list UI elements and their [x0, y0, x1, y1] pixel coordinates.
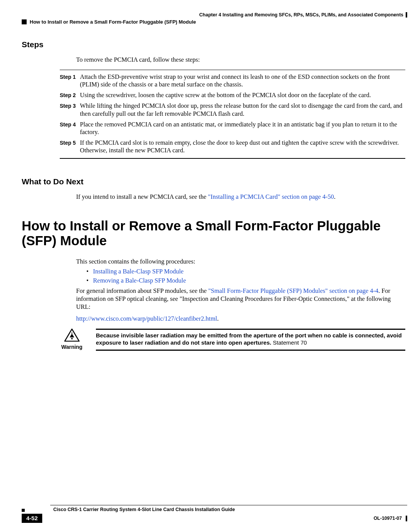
- steps-list: Step 1 Attach the ESD-preventive wrist s…: [60, 73, 405, 154]
- page-number: 4-52: [22, 514, 42, 523]
- crossref-link[interactable]: "Small Form-Factor Pluggable (SFP) Modul…: [208, 287, 378, 294]
- warning-bold-text: Because invisible laser radiation may be…: [96, 332, 402, 346]
- section-intro: This section contains the following proc…: [76, 257, 405, 265]
- steps-heading: Steps: [22, 40, 405, 49]
- step-text: Place the removed PCMCIA card on an anti…: [76, 121, 405, 136]
- what-next-heading: What to Do Next: [22, 177, 405, 186]
- main-heading: How to Install or Remove a Small Form-Fa…: [22, 218, 405, 248]
- step-row: Step 4 Place the removed PCMCIA card on …: [60, 121, 405, 136]
- crossref-link[interactable]: "Installing a PCMCIA Card" section on pa…: [208, 193, 334, 200]
- step-label: Step 1: [60, 73, 76, 80]
- svg-rect-2: [71, 338, 73, 340]
- step-row: Step 1 Attach the ESD-preventive wrist s…: [60, 73, 405, 88]
- procedure-link[interactable]: Installing a Bale-Clasp SFP Module: [93, 268, 184, 275]
- body-paragraph: For general information about SFP module…: [76, 287, 405, 311]
- procedure-list: Installing a Bale-Clasp SFP Module Remov…: [86, 268, 405, 284]
- step-text: Using the screwdriver, loosen the captiv…: [76, 91, 371, 99]
- doc-id-text: OL-10971-07: [374, 516, 402, 521]
- external-url-link[interactable]: http://www.cisco.com/warp/public/127/cle…: [76, 315, 217, 322]
- divider: [96, 329, 405, 330]
- list-item: Removing a Bale-Clasp SFP Module: [86, 277, 405, 284]
- step-text: If the PCMCIA card slot is to remain emp…: [76, 139, 405, 154]
- step-row: Step 2 Using the screwdriver, loosen the…: [60, 91, 405, 99]
- step-label: Step 5: [60, 139, 76, 146]
- step-text: While lifting the hinged PCMCIA slot doo…: [76, 102, 405, 117]
- header-chapter: Chapter 4 Installing and Removing SFCs, …: [199, 12, 403, 18]
- page-footer: Cisco CRS-1 Carrier Routing System 4-Slo…: [22, 505, 407, 523]
- url-line: http://www.cisco.com/warp/public/127/cle…: [76, 315, 405, 323]
- what-next-text: If you intend to install a new PCMCIA ca…: [76, 193, 405, 201]
- procedure-link[interactable]: Removing a Bale-Clasp SFP Module: [93, 277, 186, 284]
- warning-label: Warning: [61, 344, 96, 350]
- warning-text: Because invisible laser radiation may be…: [96, 332, 405, 347]
- step-label: Step 4: [60, 121, 76, 128]
- header-section-title: How to Install or Remove a Small Form-Fa…: [30, 19, 196, 25]
- warning-icon: [64, 329, 80, 342]
- divider: [60, 70, 405, 70]
- text: If you intend to install a new PCMCIA ca…: [76, 193, 208, 200]
- header-end-bar: [406, 12, 407, 18]
- list-item: Installing a Bale-Clasp SFP Module: [86, 268, 405, 275]
- text: .: [217, 315, 219, 322]
- text: .: [334, 193, 336, 200]
- warning-statement: Statement 70: [271, 339, 307, 346]
- step-label: Step 2: [60, 91, 76, 98]
- footer-end-bar: [406, 516, 407, 521]
- footer-rule: [50, 505, 407, 505]
- steps-intro: To remove the PCMCIA card, follow these …: [76, 56, 405, 64]
- text: For general information about SFP module…: [76, 287, 208, 294]
- divider: [96, 350, 405, 351]
- page-header: Chapter 4 Installing and Removing SFCs, …: [22, 12, 411, 25]
- section-marker-icon: [22, 19, 27, 24]
- footer-doc-id: OL-10971-07: [374, 516, 403, 521]
- footer-guide-title: Cisco CRS-1 Carrier Routing System 4-Slo…: [53, 507, 235, 512]
- footer-marker-icon: [22, 509, 25, 512]
- step-text: Attach the ESD-preventive wrist strap to…: [76, 73, 405, 88]
- divider: [60, 158, 405, 159]
- step-label: Step 3: [60, 102, 76, 109]
- step-row: Step 3 While lifting the hinged PCMCIA s…: [60, 102, 405, 117]
- step-row: Step 5 If the PCMCIA card slot is to rem…: [60, 139, 405, 154]
- svg-marker-1: [70, 334, 74, 337]
- warning-block: Warning Because invisible laser radiatio…: [60, 329, 405, 351]
